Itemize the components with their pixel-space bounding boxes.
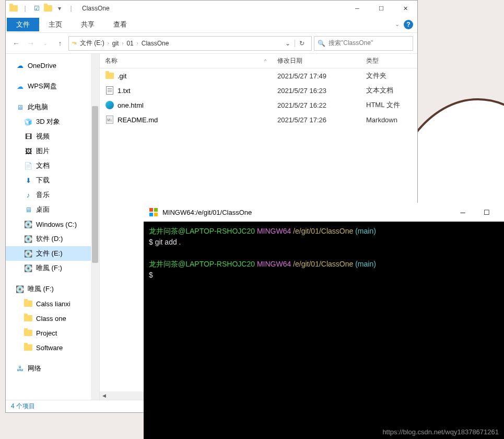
item-count: 4 个项目: [11, 402, 35, 411]
tree-folder-calss[interactable]: Calss lianxi: [6, 296, 99, 311]
file-type: 文本文档: [361, 86, 417, 95]
scrollbar-thumb[interactable]: [92, 106, 98, 263]
nav-up-button[interactable]: ↑: [54, 37, 66, 50]
network-icon: 🖧: [15, 364, 25, 373]
tree-desktop[interactable]: 🖥桌面: [6, 202, 99, 217]
qat-folder-icon[interactable]: [43, 4, 53, 13]
term-minimize-button[interactable]: ─: [451, 203, 475, 222]
nav-toolbar: ← → ⌄ ↑ « 文件 (E:) › git › 01 › ClassOne …: [6, 33, 417, 54]
watermark-text: https://blog.csdn.net/wqy18378671261: [382, 428, 499, 436]
tree-videos[interactable]: 🎞视频: [6, 129, 99, 144]
tree-music[interactable]: ♪音乐: [6, 188, 99, 202]
file-type: HTML 文件: [361, 100, 417, 110]
tree-documents[interactable]: 📄文档: [6, 158, 99, 173]
address-dropdown-button[interactable]: ⌄: [281, 40, 295, 47]
search-input[interactable]: 🔍 搜索"ClassOne": [314, 36, 413, 51]
file-row[interactable]: .git2021/5/27 17:49文件夹: [100, 68, 417, 83]
nav-tree[interactable]: ☁OneDrive ☁WPS网盘 🖥此电脑 🧊3D 对象 🎞视频 🖼图片 📄文档…: [6, 54, 100, 400]
tree-drive-f[interactable]: 💽唯風 (F:): [6, 261, 99, 275]
terminal-titlebar[interactable]: MINGW64:/e/git/01/ClassOne ─ ☐: [144, 203, 504, 222]
breadcrumb-seg[interactable]: 01: [125, 40, 134, 47]
ribbon-home-tab[interactable]: 主页: [39, 16, 72, 33]
chevron-right-icon[interactable]: ›: [122, 41, 123, 46]
download-icon: ⬇: [24, 176, 33, 185]
ribbon-view-tab[interactable]: 查看: [104, 16, 136, 33]
file-type: 文件夹: [361, 71, 417, 80]
tree-downloads[interactable]: ⬇下载: [6, 173, 99, 188]
cube-icon: 🧊: [24, 117, 33, 126]
drive-icon: 💽: [15, 284, 25, 294]
folder-icon: [24, 328, 33, 338]
tree-folder-project[interactable]: Project: [6, 326, 99, 340]
terminal-body[interactable]: 龙井问茶@LAPTOP-RSHOJC20 MINGW64 /e/git/01/C…: [144, 222, 504, 439]
terminal-line: $ git add .: [149, 237, 499, 248]
cloud-icon: ☁: [15, 82, 25, 91]
tree-pictures[interactable]: 🖼图片: [6, 144, 99, 158]
scroll-left-icon[interactable]: ◀: [100, 393, 108, 398]
tree-drive-c[interactable]: 💽Windows (C:): [6, 217, 99, 232]
term-maximize-button[interactable]: ☐: [475, 203, 499, 222]
terminal-window: MINGW64:/e/git/01/ClassOne ─ ☐ 龙井问茶@LAPT…: [144, 203, 504, 439]
tree-scrollbar[interactable]: [91, 54, 99, 400]
maximize-button[interactable]: ☐: [369, 1, 393, 16]
folder-icon: [24, 299, 33, 308]
folder-icon: [24, 343, 33, 352]
tree-3dobjects[interactable]: 🧊3D 对象: [6, 114, 99, 129]
address-bar[interactable]: « 文件 (E:) › git › 01 › ClassOne ⌄ ↻: [68, 36, 312, 51]
nav-recent-dropdown[interactable]: ⌄: [39, 37, 52, 50]
tree-network[interactable]: 🖧网络: [6, 361, 99, 376]
cloud-icon: ☁: [15, 61, 25, 70]
tree-wps[interactable]: ☁WPS网盘: [6, 79, 99, 94]
mingw-icon: [149, 207, 158, 217]
file-row[interactable]: M↓README.md2021/5/27 17:26Markdown: [100, 112, 417, 127]
nav-forward-button[interactable]: →: [25, 37, 37, 50]
drive-icon: 💽: [24, 234, 33, 244]
file-name: 1.txt: [118, 87, 131, 95]
explorer-titlebar[interactable]: | ☑ ▾ | ClassOne ─ ☐ ✕: [6, 1, 417, 16]
pc-icon: 🖥: [15, 102, 25, 112]
file-type: Markdown: [361, 116, 417, 124]
picture-icon: 🖼: [24, 146, 33, 156]
file-date: 2021/5/27 17:26: [272, 116, 361, 124]
tree-folder-classone[interactable]: Class one: [6, 311, 99, 326]
col-name[interactable]: 名称^: [100, 54, 272, 68]
music-icon: ♪: [24, 190, 33, 200]
tree-drive-f2[interactable]: 💽唯風 (F:): [6, 282, 99, 296]
col-type[interactable]: 类型: [361, 54, 417, 68]
file-date: 2021/5/27 16:23: [272, 87, 361, 95]
file-icon: [105, 71, 114, 80]
file-name: README.md: [118, 116, 158, 124]
chevron-right-icon[interactable]: ›: [108, 41, 109, 46]
nav-back-button[interactable]: ←: [10, 37, 22, 50]
file-row[interactable]: 1.txt2021/5/27 16:23文本文档: [100, 83, 417, 98]
file-date: 2021/5/27 17:49: [272, 72, 361, 80]
tree-drive-e[interactable]: 💽文件 (E:): [6, 246, 99, 261]
tree-thispc[interactable]: 🖥此电脑: [6, 100, 99, 114]
col-date[interactable]: 修改日期: [272, 54, 361, 68]
terminal-title: MINGW64:/e/git/01/ClassOne: [162, 209, 252, 216]
breadcrumb-seg[interactable]: git: [111, 40, 120, 47]
tree-onedrive[interactable]: ☁OneDrive: [6, 58, 99, 73]
breadcrumb-seg[interactable]: 文件 (E:): [79, 39, 106, 48]
file-row[interactable]: one.html2021/5/27 16:22HTML 文件: [100, 98, 417, 112]
minimize-button[interactable]: ─: [345, 1, 369, 16]
close-button[interactable]: ✕: [393, 1, 417, 16]
sort-indicator-icon: ^: [264, 59, 266, 64]
terminal-line: 龙井问茶@LAPTOP-RSHOJC20 MINGW64 /e/git/01/C…: [149, 226, 499, 237]
terminal-line: [149, 248, 499, 259]
qat-dropdown-icon[interactable]: ▾: [55, 4, 64, 13]
tree-folder-software[interactable]: Software: [6, 340, 99, 355]
ribbon-expand-icon[interactable]: ⌄: [395, 21, 400, 28]
tree-drive-d[interactable]: 💽软件 (D:): [6, 232, 99, 246]
ribbon-file-tab[interactable]: 文件: [7, 18, 39, 31]
file-icon: M↓: [105, 115, 114, 124]
help-icon[interactable]: ?: [404, 20, 413, 29]
file-icon: [105, 100, 114, 110]
file-date: 2021/5/27 16:22: [272, 101, 361, 109]
terminal-line: 龙井问茶@LAPTOP-RSHOJC20 MINGW64 /e/git/01/C…: [149, 259, 499, 270]
chevron-right-icon[interactable]: ›: [137, 41, 138, 46]
qat-checkbox-icon[interactable]: ☑: [32, 4, 41, 13]
breadcrumb-seg[interactable]: ClassOne: [140, 40, 170, 47]
refresh-button[interactable]: ↻: [295, 40, 308, 47]
ribbon-share-tab[interactable]: 共享: [72, 16, 104, 33]
